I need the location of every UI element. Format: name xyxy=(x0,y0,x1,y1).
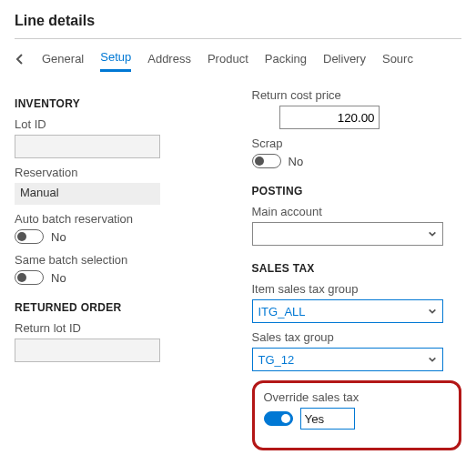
divider xyxy=(15,38,461,39)
return-lot-id-input[interactable] xyxy=(15,339,160,362)
same-batch-state: No xyxy=(51,271,66,285)
sales-tax-heading: SALES TAX xyxy=(252,262,462,275)
same-batch-label: Same batch selection xyxy=(15,253,225,267)
tab-setup[interactable]: Setup xyxy=(100,46,131,72)
returned-order-heading: RETURNED ORDER xyxy=(15,301,225,314)
page-title: Line details xyxy=(15,13,461,29)
inventory-heading: INVENTORY xyxy=(15,97,225,110)
same-batch-toggle[interactable] xyxy=(15,270,44,285)
auto-batch-label: Auto batch reservation xyxy=(15,212,225,226)
return-cost-input[interactable] xyxy=(279,106,380,129)
item-sales-tax-group-value: ITG_ALL xyxy=(258,305,306,318)
tabs-bar: General Setup Address Product Packing De… xyxy=(15,46,461,72)
main-account-select[interactable] xyxy=(252,222,443,246)
tab-product[interactable]: Product xyxy=(208,48,248,71)
scrap-label: Scrap xyxy=(252,136,462,150)
right-column: Return cost price Scrap No POSTING Main … xyxy=(252,88,462,450)
item-sales-tax-group-select[interactable]: ITG_ALL xyxy=(252,299,443,323)
tab-delivery[interactable]: Delivery xyxy=(323,48,366,71)
scrap-state: No xyxy=(289,155,304,168)
scrap-toggle[interactable] xyxy=(252,154,281,168)
lot-id-input[interactable] xyxy=(15,135,160,158)
chevron-down-icon xyxy=(428,227,437,241)
override-sales-tax-state[interactable] xyxy=(300,408,355,430)
reservation-label: Reservation xyxy=(15,166,225,179)
auto-batch-toggle[interactable] xyxy=(15,229,44,244)
item-sales-tax-group-label: Item sales tax group xyxy=(252,282,462,296)
return-lot-id-label: Return lot ID xyxy=(15,321,225,335)
chevron-down-icon xyxy=(428,353,437,367)
left-column: INVENTORY Lot ID Reservation Manual Auto… xyxy=(15,88,225,450)
tab-sourcing[interactable]: Sourc xyxy=(382,48,413,71)
auto-batch-state: No xyxy=(51,230,66,244)
override-sales-tax-highlight: Override sales tax xyxy=(252,380,461,450)
chevron-down-icon xyxy=(428,305,437,318)
override-sales-tax-label: Override sales tax xyxy=(264,390,450,404)
reservation-value[interactable]: Manual xyxy=(15,183,160,205)
override-sales-tax-toggle[interactable] xyxy=(264,411,293,426)
sales-tax-group-label: Sales tax group xyxy=(252,330,462,344)
tabs-scroll-left-icon[interactable] xyxy=(15,54,25,65)
sales-tax-group-select[interactable]: TG_12 xyxy=(252,348,443,371)
tab-general[interactable]: General xyxy=(42,48,84,71)
tab-address[interactable]: Address xyxy=(147,48,191,71)
sales-tax-group-value: TG_12 xyxy=(258,353,295,367)
lot-id-label: Lot ID xyxy=(15,117,225,131)
main-account-label: Main account xyxy=(252,205,462,218)
posting-heading: POSTING xyxy=(252,185,462,197)
tab-packing[interactable]: Packing xyxy=(265,48,307,71)
return-cost-label: Return cost price xyxy=(252,88,462,102)
